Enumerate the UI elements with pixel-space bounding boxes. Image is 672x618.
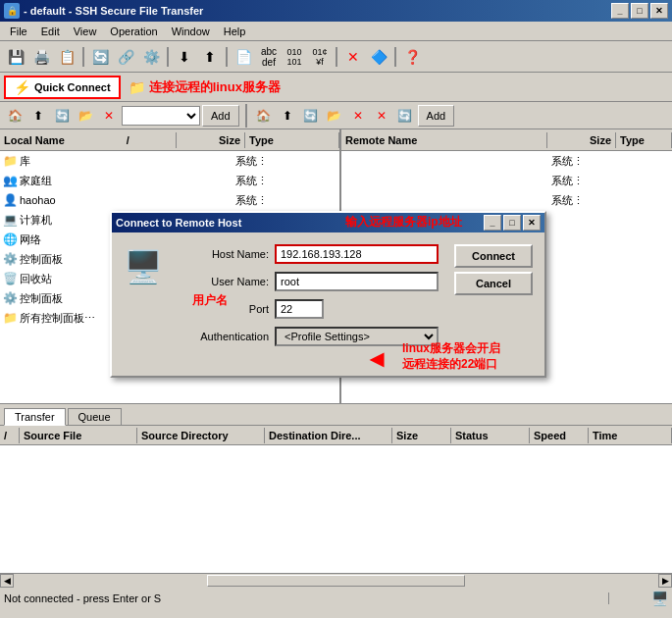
user-input[interactable] [275,272,439,291]
connect-button[interactable]: Connect [454,244,533,268]
dialog-title: Connect to Remote Host [116,217,241,229]
annotation-user: 用户名 [192,292,228,309]
host-input[interactable] [275,244,439,264]
computer-graphic-icon: 🖥️ [124,248,163,285]
dialog-maximize-btn[interactable]: □ [503,215,521,231]
user-label: User Name: [171,276,269,287]
auth-row: Authentication <Profile Settings> [171,327,439,346]
user-row: User Name: [171,272,439,291]
annotation-ip: 输入远程服务器ip地址 [345,214,462,231]
dialog-close-btn[interactable]: ✕ [523,215,541,231]
cancel-button[interactable]: Cancel [454,272,533,295]
auth-label: Authentication [171,331,269,342]
host-label: Host Name: [171,248,269,260]
host-row: Host Name: [171,244,439,264]
dialog-buttons: Connect Cancel [454,244,533,295]
port-input[interactable] [275,299,324,319]
modal-overlay: Connect to Remote Host _ □ ✕ 🖥️ Host Nam… [0,0,672,618]
dialog-title-bar: Connect to Remote Host _ □ ✕ [112,213,544,232]
annotation-port: linux服务器会开启远程连接的22端口 [402,341,500,372]
dialog-minimize-btn[interactable]: _ [484,215,501,231]
annotation-arrow: ◀ [370,348,384,370]
